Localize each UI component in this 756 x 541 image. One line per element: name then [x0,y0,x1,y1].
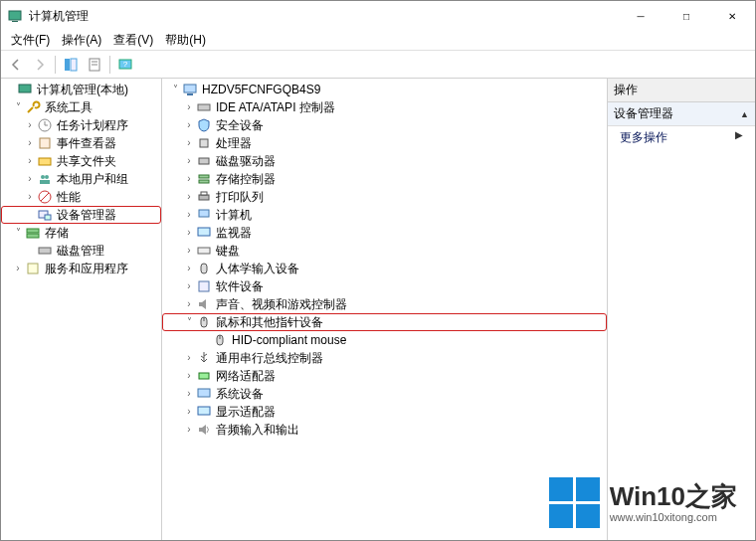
tree-shared-folders[interactable]: › 共享文件夹 [1,152,161,170]
system-icon [196,386,212,402]
help-button[interactable]: ? [114,54,136,76]
tree-root[interactable]: 计算机管理(本地) [1,81,161,98]
expander-icon[interactable]: › [182,296,196,312]
dev-mouse-category[interactable]: ˅鼠标和其他指针设备 [162,313,607,331]
expander-icon[interactable]: › [182,225,196,241]
dev-keyboard[interactable]: ›键盘 [162,242,607,260]
svg-rect-37 [199,281,209,291]
expander-icon[interactable]: › [182,207,196,223]
close-button[interactable]: ✕ [709,1,755,31]
expander-icon[interactable]: ˅ [11,225,25,241]
tree-device-manager[interactable]: 设备管理器 [1,206,161,224]
menu-view[interactable]: 查看(V) [107,30,159,51]
device-tree[interactable]: ˅HZDV5FCNFGQB4S9 ›IDE ATA/ATAPI 控制器 ›安全设… [162,79,608,540]
dev-hid[interactable]: ›人体学输入设备 [162,260,607,277]
expander-icon[interactable]: ˅ [182,314,196,330]
forward-button[interactable] [29,54,51,76]
expander-icon[interactable]: › [182,153,196,169]
actions-more[interactable]: 更多操作 ▶ [608,126,755,149]
windows-logo-icon [549,477,600,528]
dev-audio-io[interactable]: ›音频输入和输出 [162,421,607,439]
expander-icon[interactable]: › [182,99,196,115]
expander-icon[interactable]: › [182,261,196,276]
dev-ide[interactable]: ›IDE ATA/ATAPI 控制器 [162,98,607,116]
show-hide-tree-button[interactable] [60,54,82,76]
collapse-icon[interactable]: ▲ [740,109,749,119]
dev-audio-video-game[interactable]: ›声音、视频和游戏控制器 [162,295,607,313]
svg-text:?: ? [123,60,128,69]
tree-event-viewer[interactable]: › 事件查看器 [1,134,161,152]
cpu-icon [196,135,212,151]
properties-button[interactable] [84,54,105,76]
expander-icon[interactable]: › [182,368,196,384]
ide-icon [196,99,212,115]
svg-rect-35 [198,248,210,254]
svg-rect-42 [199,373,209,379]
actions-pane: 操作 设备管理器 ▲ 更多操作 ▶ [608,79,755,540]
dev-security[interactable]: ›安全设备 [162,116,607,134]
expander-icon[interactable]: › [182,350,196,366]
tree-local-users[interactable]: › 本地用户和组 [1,170,161,188]
expander-icon[interactable]: › [23,189,37,205]
printer-icon [196,189,212,205]
svg-rect-32 [201,192,207,195]
expander-icon[interactable]: › [23,135,37,151]
dev-system[interactable]: ›系统设备 [162,385,607,403]
expander-icon[interactable]: › [182,422,196,438]
expander-icon[interactable]: › [23,171,37,187]
chevron-right-icon: ▶ [735,129,743,146]
dev-computer[interactable]: ›计算机 [162,206,607,224]
dev-usb[interactable]: ›通用串行总线控制器 [162,349,607,367]
nav-tree[interactable]: 计算机管理(本地) ˅ 系统工具 › 任务计划程序 › 事件查看器 › 共享文件… [1,79,162,540]
dev-mouse-hid[interactable]: HID-compliant mouse [162,331,607,349]
disk-icon [37,243,53,259]
expander-icon[interactable]: › [182,278,196,294]
dev-host[interactable]: ˅HZDV5FCNFGQB4S9 [162,81,607,98]
watermark-title: Win10之家 [610,482,737,511]
expander-icon[interactable]: ˅ [168,82,182,97]
share-icon [37,153,53,169]
storage-icon [25,225,41,241]
expander-icon[interactable]: › [182,117,196,133]
dev-network[interactable]: ›网络适配器 [162,367,607,385]
expander-icon[interactable]: › [23,153,37,169]
tree-task-scheduler[interactable]: › 任务计划程序 [1,116,161,134]
svg-rect-15 [40,180,50,184]
tree-storage[interactable]: ˅ 存储 [1,224,161,242]
menu-file[interactable]: 文件(F) [5,30,56,51]
menu-help[interactable]: 帮助(H) [159,30,212,51]
clock-icon [37,117,53,133]
expander-icon[interactable]: › [182,404,196,420]
shield-icon [196,117,212,133]
expander-icon[interactable]: › [182,189,196,205]
expander-icon[interactable]: › [182,171,196,187]
svg-rect-44 [198,407,210,415]
tree-services-apps[interactable]: › 服务和应用程序 [1,260,161,277]
expander-icon[interactable]: › [182,243,196,259]
dev-cpu[interactable]: ›处理器 [162,134,607,152]
dev-storage-ctl[interactable]: ›存储控制器 [162,170,607,188]
dev-diskdrive[interactable]: ›磁盘驱动器 [162,152,607,170]
expander-icon[interactable]: › [11,261,25,276]
expander-icon[interactable]: › [23,117,37,133]
expander-icon[interactable]: ˅ [11,99,25,115]
tree-performance[interactable]: › 性能 [1,188,161,206]
actions-section[interactable]: 设备管理器 ▲ [608,102,755,126]
dev-software[interactable]: ›软件设备 [162,277,607,295]
dev-monitor[interactable]: ›监视器 [162,224,607,242]
back-button[interactable] [5,54,27,76]
svg-rect-11 [40,138,50,148]
minimize-button[interactable]: ─ [618,1,663,31]
svg-rect-30 [199,180,209,183]
expander-icon[interactable]: › [182,386,196,402]
users-icon [37,171,53,187]
tree-disk-mgmt[interactable]: 磁盘管理 [1,242,161,260]
expander-icon[interactable]: › [182,135,196,151]
menu-action[interactable]: 操作(A) [56,30,107,51]
dev-print-queue[interactable]: ›打印队列 [162,188,607,206]
svg-rect-27 [200,139,208,147]
dev-display[interactable]: ›显示适配器 [162,403,607,421]
tree-system-tools[interactable]: ˅ 系统工具 [1,98,161,116]
maximize-button[interactable]: □ [663,1,709,31]
tools-icon [25,99,41,115]
